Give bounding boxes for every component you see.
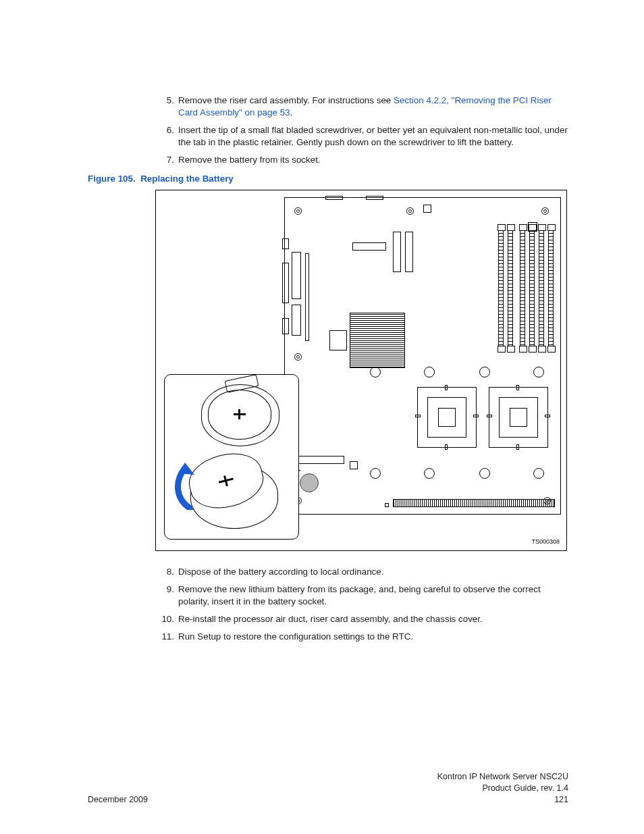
step-number: 7.: [155, 154, 178, 166]
document-page: 5. Remove the riser card assembly. For i…: [0, 0, 644, 834]
step-number: 8.: [155, 566, 178, 578]
footer-revision: Product Guide, rev. 1.4: [437, 783, 568, 794]
step-body: Dispose of the battery according to loca…: [178, 566, 568, 578]
step-5-text-before: Remove the riser card assembly. For inst…: [178, 95, 394, 105]
page-footer: December 2009 Kontron IP Network Server …: [88, 771, 568, 806]
step-8: 8. Dispose of the battery according to l…: [155, 566, 568, 578]
footer-product: Kontron IP Network Server NSC2U: [437, 771, 568, 783]
step-list-top: 5. Remove the riser card assembly. For i…: [88, 95, 568, 166]
step-body: Insert the tip of a small flat bladed sc…: [178, 124, 568, 149]
step-number: 5.: [155, 95, 178, 119]
step-body: Remove the new lithium battery from its …: [178, 583, 568, 608]
step-10: 10. Re-install the processor air duct, r…: [155, 613, 568, 625]
step-list-bottom: 8. Dispose of the battery according to l…: [88, 566, 568, 643]
cpu-socket-icon: [489, 387, 548, 448]
cpu-socket-icon: [417, 387, 477, 448]
step-11: 11. Run Setup to restore the configurati…: [155, 631, 568, 643]
step-body: Remove the riser card assembly. For inst…: [178, 95, 568, 119]
step-number: 9.: [155, 583, 178, 608]
figure-replacing-battery: TS000308: [155, 190, 567, 551]
edge-connector-icon: [393, 499, 555, 507]
step-9: 9. Remove the new lithium battery from i…: [155, 583, 568, 608]
step-number: 11.: [155, 631, 178, 643]
step-body: Run Setup to restore the configuration s…: [178, 631, 568, 643]
arrow-up-icon: [170, 461, 201, 510]
step-6: 6. Insert the tip of a small flat bladed…: [155, 124, 568, 149]
coin-battery-icon: [300, 473, 319, 492]
battery-inset: [164, 374, 299, 540]
motherboard-diagram: [284, 197, 561, 515]
figure-title: Replacing the Battery: [140, 174, 234, 184]
footer-date: December 2009: [88, 794, 148, 806]
step-5-text-after: .: [290, 107, 293, 118]
step-body: Remove the battery from its socket.: [178, 154, 568, 166]
step-7: 7. Remove the battery from its socket.: [155, 154, 568, 166]
figure-id: TS000308: [531, 538, 560, 546]
step-number: 10.: [155, 613, 178, 625]
figure-label: Figure 105.: [88, 174, 136, 184]
footer-page-number: 121: [437, 794, 568, 806]
step-body: Re-install the processor air duct, riser…: [178, 613, 568, 625]
figure-caption: Figure 105. Replacing the Battery: [88, 173, 568, 185]
step-number: 6.: [155, 124, 178, 149]
step-5: 5. Remove the riser card assembly. For i…: [155, 95, 568, 119]
